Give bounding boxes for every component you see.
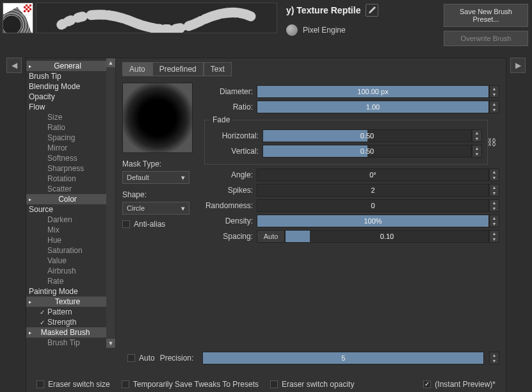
spacing-slider[interactable]: 0.10	[285, 230, 489, 243]
temp-save-label: Temporarily Save Tweaks To Presets	[133, 380, 259, 389]
spacing-auto-checkbox[interactable]: Auto	[257, 230, 285, 243]
sidebar-item-masked-brush-tip[interactable]: Brush Tip	[26, 338, 115, 348]
spacing-label: Spacing:	[204, 232, 257, 241]
eraser-size-label: Eraser switch size	[48, 380, 110, 389]
sidebar-group-masked-brush[interactable]: ▸ Masked Brush	[26, 327, 115, 338]
sidebar-item-rate[interactable]: Rate	[26, 276, 115, 286]
tip-preview	[122, 83, 193, 153]
sidebar-item-sharpness[interactable]: Sharpness	[26, 163, 115, 174]
sidebar-item-ratio[interactable]: Ratio	[26, 122, 115, 133]
fade-v-spin[interactable]: ▲▼	[472, 145, 482, 158]
instant-preview-label: (Instant Preview)*	[435, 380, 496, 389]
density-label: Density:	[204, 216, 257, 225]
sidebar-item-mix[interactable]: Mix	[26, 225, 115, 235]
tab-text[interactable]: Text	[204, 62, 232, 76]
spikes-spin[interactable]: ▲▼	[489, 184, 499, 197]
ratio-spin[interactable]: ▲▼	[489, 101, 499, 113]
mask-type-label: Mask Type:	[122, 159, 193, 168]
sidebar-group-texture[interactable]: ▸Texture	[26, 297, 115, 307]
rename-icon[interactable]	[366, 4, 378, 17]
tab-auto[interactable]: Auto	[122, 62, 152, 76]
sidebar-item-spacing[interactable]: Spacing	[26, 133, 115, 143]
sidebar-item-pattern[interactable]: ✓Pattern	[26, 307, 115, 317]
ratio-slider[interactable]: 1.00	[257, 101, 489, 113]
engine-label: Pixel Engine	[303, 26, 346, 35]
sidebar-item-source[interactable]: Source	[26, 204, 115, 215]
save-new-preset-button[interactable]: Save New Brush Preset...	[444, 4, 528, 27]
precision-label: Precision:	[160, 354, 198, 363]
anti-alias-label: Anti-alias	[134, 220, 165, 229]
chevron-down-icon: ▾	[181, 174, 185, 182]
fade-h-spin[interactable]: ▲▼	[472, 129, 482, 142]
sidebar-group-color[interactable]: ▸Color	[26, 194, 115, 204]
sidebar-item-darken[interactable]: Darken	[26, 215, 115, 225]
instant-preview-checkbox[interactable]	[423, 380, 431, 388]
sidebar-item-rotation[interactable]: Rotation	[26, 174, 115, 184]
fade-v-slider[interactable]: 0.50	[262, 145, 472, 158]
sidebar-item-brush-tip[interactable]: Brush Tip	[26, 71, 115, 81]
eraser-opacity-checkbox[interactable]	[270, 380, 278, 388]
link-fade-icon[interactable]: ⛓	[487, 137, 496, 147]
sidebar-item-blending[interactable]: Blending Mode	[26, 81, 115, 92]
mask-type-select[interactable]: Default▾	[122, 171, 189, 184]
prev-arrow-button[interactable]: ◀	[6, 58, 22, 73]
diameter-spin[interactable]: ▲▼	[489, 85, 499, 98]
sidebar-item-saturation[interactable]: Saturation	[26, 245, 115, 256]
engine-icon	[286, 24, 298, 36]
precision-auto-checkbox[interactable]	[127, 354, 135, 362]
sidebar-item-value[interactable]: Value	[26, 256, 115, 266]
sidebar-item-size[interactable]: Size	[26, 112, 115, 122]
temp-save-checkbox[interactable]	[122, 380, 129, 388]
fade-h-slider[interactable]: 0.50	[262, 129, 472, 142]
fade-v-label: Vertical:	[210, 147, 262, 156]
spikes-slider[interactable]: 2	[257, 184, 489, 197]
brush-preset-thumbnail[interactable]	[3, 3, 33, 33]
diameter-slider[interactable]: 100.00 px	[257, 85, 489, 98]
angle-spin[interactable]: ▲▼	[489, 168, 499, 181]
randomness-slider[interactable]: 0	[257, 199, 489, 212]
sidebar-item-softness[interactable]: Softness	[26, 153, 115, 163]
sidebar-item-flow[interactable]: Flow	[26, 102, 115, 112]
sidebar-scrollbar[interactable]: ▲ ▼	[106, 58, 115, 348]
fade-legend: Fade	[210, 115, 232, 124]
precision-spin[interactable]: ▲▼	[489, 352, 499, 364]
precision-auto-label: Auto	[139, 354, 155, 363]
randomness-spin[interactable]: ▲▼	[489, 199, 499, 212]
overwrite-brush-button[interactable]: Overwrite Brush	[444, 31, 528, 46]
ratio-label: Ratio:	[204, 102, 257, 111]
angle-slider[interactable]: 0°	[257, 168, 489, 181]
spacing-spin[interactable]: ▲▼	[489, 230, 499, 243]
sidebar-item-airbrush[interactable]: Airbrush	[26, 266, 115, 276]
eraser-opacity-label: Eraser switch opacity	[282, 380, 354, 389]
shape-select[interactable]: Circle▾	[122, 202, 189, 215]
density-slider[interactable]: 100%	[257, 215, 489, 227]
spikes-label: Spikes:	[204, 186, 257, 195]
tab-predefined[interactable]: Predefined	[152, 62, 204, 76]
chevron-down-icon: ▾	[181, 204, 185, 213]
sidebar-item-strength[interactable]: ✓Strength	[26, 317, 115, 327]
preset-title: y) Texture Reptile	[286, 5, 360, 15]
precision-slider[interactable]: 5	[202, 352, 484, 364]
stroke-preview	[36, 3, 277, 33]
property-sidebar: ▸General Brush Tip Blending Mode Opacity…	[26, 58, 116, 348]
next-arrow-button[interactable]: ▶	[510, 58, 526, 73]
sidebar-group-general[interactable]: ▸General	[26, 61, 115, 71]
anti-alias-checkbox[interactable]	[122, 220, 130, 228]
fade-h-label: Horizontal:	[210, 131, 262, 140]
eraser-size-checkbox[interactable]	[36, 380, 44, 388]
density-spin[interactable]: ▲▼	[489, 215, 499, 227]
diameter-label: Diameter:	[204, 87, 257, 96]
shape-label: Shape:	[122, 190, 193, 199]
sidebar-item-scatter[interactable]: Scatter	[26, 184, 115, 194]
sidebar-item-mirror[interactable]: Mirror	[26, 143, 115, 153]
angle-label: Angle:	[204, 170, 257, 179]
sidebar-item-opacity[interactable]: Opacity	[26, 92, 115, 102]
sidebar-item-painting-mode[interactable]: Painting Mode	[26, 286, 115, 297]
sidebar-item-hue[interactable]: Hue	[26, 235, 115, 245]
randomness-label: Randomness:	[204, 201, 257, 210]
